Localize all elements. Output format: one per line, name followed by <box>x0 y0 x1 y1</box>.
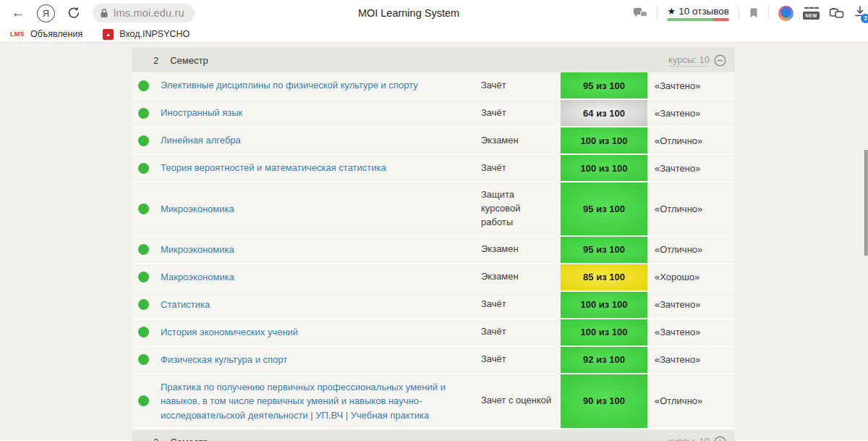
course-link[interactable]: Микроэкономика <box>161 237 481 263</box>
course-link[interactable]: Элективные дисциплины по физической куль… <box>161 72 481 98</box>
course-link[interactable]: Практика по получению первичных професси… <box>161 374 481 429</box>
extension-sphere-icon[interactable] <box>778 6 793 21</box>
score-badge: 95 из 100 <box>561 182 647 235</box>
course-list: Элективные дисциплины по физической куль… <box>132 72 735 429</box>
status-dot-icon <box>138 203 149 214</box>
course-link[interactable]: Макроэкономика <box>161 264 481 290</box>
lms-favicon: LMS <box>10 30 25 38</box>
address-bar[interactable]: lms.moi.edu.ru <box>93 4 195 22</box>
course-link[interactable]: Микроэкономика <box>161 182 481 235</box>
yandex-logo-icon[interactable]: Я <box>37 4 55 22</box>
downloads-button[interactable]: 2 <box>854 6 867 21</box>
bookmark-item-inpsycho[interactable]: ▲ Вход.INPSYCHO <box>103 29 190 40</box>
status-dot-icon <box>138 135 149 146</box>
score-badge: 100 из 100 <box>561 155 647 181</box>
site-reviews-button[interactable]: ★ 10 отзывов <box>667 6 729 21</box>
status-dot-icon <box>138 80 149 91</box>
status-cell <box>132 72 161 98</box>
nav-controls: ← Я lms.moi.edu.ru <box>9 0 195 26</box>
download-count-badge: 2 <box>861 14 868 23</box>
course-row: МикроэкономикаЭкзамен95 из 100«Отлично» <box>132 237 735 264</box>
refresh-button[interactable] <box>64 4 83 22</box>
score-badge: 90 из 100 <box>561 374 647 429</box>
grade-text: «Зачтено» <box>647 72 735 98</box>
assessment-type: Защита курсовой работы <box>481 182 561 235</box>
vertical-scrollbar[interactable] <box>864 150 868 256</box>
bookmark-item-announcements[interactable]: LMS Объявления <box>10 29 82 39</box>
reviews-text: ★ 10 отзывов <box>668 6 729 17</box>
collapse-semester-control[interactable]: курсы: 10 <box>668 54 726 67</box>
semester-title: Семестр <box>170 55 208 66</box>
assessment-type: Зачёт <box>481 319 561 345</box>
score-badge: 92 из 100 <box>561 347 647 373</box>
assessment-type: Зачёт <box>481 72 561 98</box>
status-dot-icon <box>138 163 149 174</box>
score-badge: 95 из 100 <box>561 237 647 263</box>
bookmarks-bar: LMS Объявления ▲ Вход.INPSYCHO <box>0 26 868 43</box>
course-row: Элективные дисциплины по физической куль… <box>132 72 735 100</box>
semester-title: Семестр <box>170 437 208 441</box>
course-row: Физическая культура и спортЗачёт92 из 10… <box>132 347 735 374</box>
score-badge: 85 из 100 <box>561 264 647 290</box>
course-link[interactable]: Статистика <box>161 292 481 318</box>
messenger-button[interactable] <box>633 7 647 20</box>
score-badge: 100 из 100 <box>561 127 647 154</box>
assessment-type: Экзамен <box>481 127 561 154</box>
score-badge: 95 из 100 <box>561 72 647 98</box>
status-cell <box>132 100 161 126</box>
page-content: 2 Семестр курсы: 10 Элективные дисциплин… <box>0 43 868 440</box>
status-cell <box>132 264 161 290</box>
grade-text: «Отлично» <box>647 374 735 429</box>
bookmark-label: Вход.INPSYCHO <box>119 29 190 39</box>
status-dot-icon <box>138 395 149 406</box>
course-link[interactable]: Физическая культура и спорт <box>161 347 481 373</box>
course-link[interactable]: Иностранный язык <box>161 100 481 126</box>
expand-semester-control[interactable]: курсы: 10 <box>668 436 726 441</box>
capture-brackets-icon <box>804 7 819 11</box>
bookmark-label: Объявления <box>30 29 82 39</box>
status-dot-icon <box>138 244 149 255</box>
tab-groups-button[interactable] <box>829 7 844 20</box>
status-cell <box>132 292 161 318</box>
course-link[interactable]: Теория вероятностей и математическая ста… <box>161 155 481 181</box>
divider <box>657 7 658 20</box>
semester-number: 3 <box>153 437 158 441</box>
course-link[interactable]: История экономических учений <box>161 319 481 345</box>
course-row: Практика по получению первичных професси… <box>132 374 735 430</box>
tab-groups-icon <box>829 7 844 20</box>
crest-favicon: ▲ <box>103 29 114 40</box>
refresh-icon <box>67 6 81 20</box>
divider <box>768 7 769 20</box>
yandex-logo-letter: Я <box>43 8 49 19</box>
course-row: Линейная алгебраЭкзамен100 из 100«Отличн… <box>132 127 735 155</box>
back-button[interactable]: ← <box>9 4 27 22</box>
grade-text: «Зачтено» <box>647 347 735 373</box>
status-dot-icon <box>138 299 149 310</box>
score-badge: 100 из 100 <box>561 292 647 318</box>
new-badge: NEW <box>803 12 820 20</box>
star-icon: ★ <box>668 6 676 17</box>
courses-count-label: курсы: 10 <box>668 54 710 67</box>
bookmark-button[interactable] <box>749 7 759 19</box>
lock-icon <box>100 8 109 18</box>
status-cell <box>132 182 161 235</box>
capture-new-button[interactable]: NEW <box>803 7 820 20</box>
status-cell <box>132 237 161 263</box>
status-cell <box>132 374 161 429</box>
collapse-minus-icon <box>714 54 726 67</box>
divider <box>739 7 739 20</box>
course-row: МикроэкономикаЗащита курсовой работы95 и… <box>132 182 735 237</box>
status-cell <box>132 347 161 373</box>
assessment-type: Зачет с оценкой <box>481 374 561 429</box>
grade-text: «Отлично» <box>647 237 735 263</box>
assessment-type: Зачёт <box>481 155 561 181</box>
assessment-type: Зачёт <box>481 292 561 318</box>
expand-plus-icon <box>714 436 726 441</box>
course-row: МакроэкономикаЭкзамен85 из 100«Хорошо» <box>132 264 735 292</box>
assessment-type: Экзамен <box>481 264 561 290</box>
status-dot-icon <box>138 272 149 282</box>
semester-3-header: 3 Семестр курсы: 10 <box>132 429 735 441</box>
status-dot-icon <box>138 108 149 119</box>
course-link[interactable]: Линейная алгебра <box>161 127 481 154</box>
semester-course-table: 2 Семестр курсы: 10 Элективные дисциплин… <box>132 48 735 441</box>
